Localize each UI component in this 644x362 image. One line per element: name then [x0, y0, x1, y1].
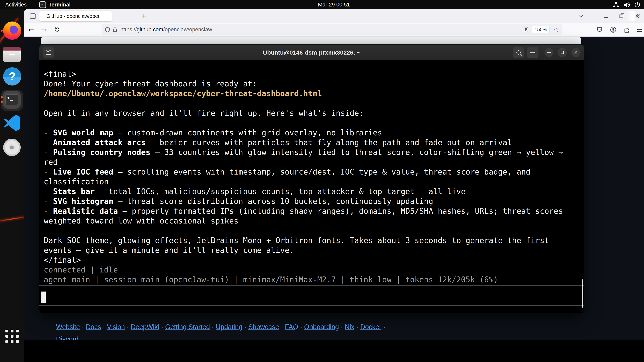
footer-link-faq[interactable]: FAQ [285, 323, 298, 331]
terminal-line: connected | idle [44, 265, 580, 275]
footer-separator: · [101, 323, 107, 331]
footer-link-showcase[interactable]: Showcase [248, 323, 279, 331]
terminal-line [44, 226, 580, 236]
window-minimize-button[interactable] [602, 12, 610, 20]
terminal-line: agent main | session main (openclaw-tui)… [44, 275, 580, 285]
footer-separator: · [210, 323, 216, 331]
terminal-line: red [44, 157, 580, 167]
menu-button[interactable] [635, 25, 644, 35]
dock-divider [4, 135, 20, 135]
extensions-button[interactable] [622, 25, 632, 35]
tab-title: GitHub - openclaw/openc [46, 13, 99, 19]
lock-icon [113, 27, 117, 32]
footer-link-vision[interactable]: Vision [107, 323, 125, 331]
terminal-search-button[interactable] [513, 47, 524, 58]
terminal-line: /home/Ubuntu/.openclaw/workspace/cyber-t… [44, 89, 580, 98]
url-bar[interactable]: https://github.com/openclaw/openclaw 150… [102, 24, 562, 35]
terminal-title: Ubuntu@0146-dsm-prxmx30226: ~ [40, 44, 584, 60]
footer-link-getting-started[interactable]: Getting Started [165, 323, 210, 331]
terminal-line: - Live IOC feed — scrolling events with … [44, 167, 580, 177]
power-icon [634, 1, 640, 8]
terminal-close-button[interactable]: × [572, 48, 580, 57]
window-close-button[interactable]: × [633, 12, 642, 20]
dock-item-disc[interactable] [3, 139, 21, 157]
terminal-maximize-button[interactable] [558, 48, 567, 57]
terminal-app-icon: >_ [40, 1, 46, 8]
back-button[interactable]: ← [26, 24, 36, 35]
browser-tab[interactable]: GitHub - openclaw/openc [40, 11, 112, 21]
terminal-line [44, 98, 580, 108]
footer-separator: · [242, 323, 248, 331]
terminal-scrollbar-thumb[interactable] [582, 280, 583, 308]
footer-link-nix[interactable]: Nix [345, 323, 354, 331]
firefox-icon [3, 21, 21, 40]
dock-item-vscode[interactable] [3, 113, 21, 132]
footer-separator: · [381, 323, 385, 331]
chevron-down-icon [578, 13, 583, 17]
firefox-view-icon [30, 13, 36, 19]
terminal-line: weighted toward low with occasional spik… [44, 216, 580, 226]
firefox-view-button[interactable] [28, 11, 38, 21]
terminal-minimize-button[interactable] [544, 48, 554, 57]
new-terminal-tab-icon [46, 50, 51, 55]
reload-button[interactable] [52, 24, 62, 35]
input-divider-top [40, 285, 584, 286]
forward-button[interactable]: → [39, 24, 49, 35]
terminal-window: Ubuntu@0146-dsm-prxmx30226: ~ × <final>D… [40, 44, 584, 313]
footer-link-website[interactable]: Website [56, 323, 80, 331]
restore-icon [620, 14, 623, 18]
terminal-new-tab-button[interactable] [43, 47, 54, 58]
wallpaper-laser-line [0, 216, 26, 222]
puzzle-icon [624, 27, 630, 33]
footer-link-discord[interactable]: Discord [56, 336, 78, 340]
input-divider-bottom [40, 305, 584, 306]
terminal-output-area[interactable]: <final>Done! Your cyber threat dashboard… [40, 61, 584, 313]
terminal-line: - Stats bar — total IOCs, malicious/susp… [44, 187, 580, 196]
terminal-line: - Animated attack arcs — bezier curves w… [44, 138, 580, 147]
terminal-line: - SVG histogram — threat score distribut… [44, 196, 580, 206]
firefox-running-dot [1, 30, 3, 32]
dock-item-help[interactable]: ? [3, 67, 21, 85]
window-restore-button[interactable] [617, 12, 626, 20]
footer-link-onboarding[interactable]: Onboarding [304, 323, 339, 331]
footer-separator: · [125, 323, 131, 331]
focused-app-indicator[interactable]: >_ Terminal [40, 0, 71, 9]
footer-separator: · [279, 323, 285, 331]
search-icon [516, 50, 520, 54]
terminal-line: Done! Your cyber threat dashboard is rea… [44, 79, 580, 89]
reader-view-icon[interactable] [524, 27, 528, 32]
terminal-output: <final>Done! Your cyber threat dashboard… [44, 69, 580, 285]
maximize-icon [561, 51, 564, 54]
tab-strip: GitHub - openclaw/openc × + × [24, 9, 644, 23]
footer-link-docker[interactable]: Docker [360, 323, 381, 331]
bookmark-star-icon[interactable]: ☆ [553, 26, 559, 33]
footer-link-updating[interactable]: Updating [216, 323, 242, 331]
terminal-cursor [41, 292, 46, 303]
zoom-level-indicator[interactable]: 150% [532, 26, 550, 33]
terminal-titlebar[interactable]: Ubuntu@0146-dsm-prxmx30226: ~ × [40, 44, 584, 60]
network-icon [613, 1, 619, 8]
minimize-icon [604, 17, 608, 18]
clock[interactable]: Mar 29 00:51 [318, 0, 350, 9]
github-footer-links: Website · Docs · Vision · DeepWiki · Get… [56, 323, 386, 331]
account-button[interactable] [608, 25, 618, 35]
dock-item-firefox[interactable] [3, 21, 21, 40]
help-icon: ? [3, 67, 21, 85]
activities-button[interactable]: Activities [5, 0, 26, 9]
list-tabs-button[interactable] [577, 13, 585, 20]
pocket-button[interactable] [595, 25, 604, 35]
new-tab-button[interactable]: + [140, 12, 148, 20]
reload-icon [54, 26, 60, 32]
footer-link-deepwiki[interactable]: DeepWiki [131, 323, 159, 331]
terminal-menu-button[interactable] [527, 47, 538, 58]
footer-separator: · [339, 323, 345, 331]
footer-link-docs[interactable]: Docs [86, 323, 101, 331]
system-status-area[interactable] [613, 0, 640, 9]
dock-item-files[interactable] [3, 45, 21, 63]
focused-app-name: Terminal [48, 1, 71, 8]
terminal-line: </final> [44, 255, 580, 265]
files-icon [3, 47, 21, 62]
show-applications-button[interactable] [6, 330, 19, 343]
pocket-icon [596, 27, 602, 33]
dock-item-terminal[interactable]: >_ [3, 91, 21, 109]
